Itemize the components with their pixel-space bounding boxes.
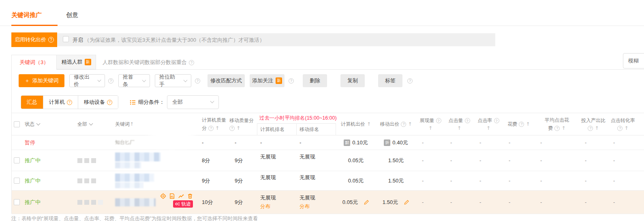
tag-button[interactable]: 标签 (378, 74, 402, 87)
tab-keywords[interactable]: 关键词 （3） (11, 55, 57, 70)
help-icon[interactable]: ? (519, 122, 524, 127)
modify-bid-button[interactable]: 修改出价 (69, 74, 105, 87)
help-icon[interactable]: ? (436, 118, 441, 123)
device-tab-summary[interactable]: 汇总 (21, 96, 43, 109)
header-clicks[interactable]: 点击量? ↑ (445, 113, 474, 135)
header-avg-cpc[interactable]: 平均点击花 费?↑ (535, 113, 579, 135)
keyword-cell[interactable] (109, 171, 197, 190)
help-icon[interactable]: ? (401, 122, 406, 127)
copy-button[interactable]: 复制 (340, 74, 365, 87)
tab-audience[interactable]: 精选人群 新 (56, 55, 96, 69)
help-icon[interactable]: ? (189, 60, 194, 65)
help-icon[interactable]: ? (407, 78, 413, 84)
help-icon[interactable]: ? (195, 78, 200, 84)
header-roi[interactable]: 投入产出比 ?↑ (579, 113, 608, 135)
trash-icon[interactable] (187, 193, 193, 199)
header-partial-column[interactable]: 收 ? (638, 113, 644, 135)
avg-cpc-cell: - (535, 171, 579, 190)
header-mobile-rank[interactable]: 移动排名 (296, 124, 336, 135)
modify-match-button[interactable]: 修改匹配方式 (208, 74, 245, 87)
header-ctr[interactable]: 点击率? ↑ (474, 113, 503, 135)
cost-cell: - (503, 171, 535, 190)
ctr-cell: - (474, 191, 503, 214)
add-watch-button[interactable]: 添加关注 新 (250, 74, 285, 87)
track-icon (175, 202, 180, 206)
segment-filter-select[interactable]: 全部 (167, 95, 219, 109)
fuzzy-button[interactable]: 模糊 (623, 53, 644, 69)
toolbar: ＋ 添加关键词 修改出价 ? 抢首条 抢位助手 ? 修改匹配方式 添加关注 新 … (12, 70, 644, 92)
help-icon[interactable]: ? (48, 37, 54, 43)
add-keyword-button[interactable]: ＋ 添加关键词 (19, 74, 64, 87)
header-computer-rank[interactable]: 计算机排名 (257, 124, 296, 135)
distribution-link[interactable]: 分布 (300, 203, 310, 210)
table-header: 状态 全部 关键词↑ 计算机质量 分?↑ 移动质量分 ?↑ 过去一小时平均排名(… (12, 113, 644, 135)
trend-chart-icon[interactable] (178, 193, 184, 199)
target-icon[interactable] (160, 193, 166, 199)
header-cost[interactable]: 花费?↑ (503, 113, 535, 135)
mobile-bid-cell: 折 0.40元 (376, 135, 416, 150)
sort-arrow-icon[interactable]: ↑ (130, 121, 134, 127)
edit-bid-icon[interactable] (364, 200, 369, 205)
row-checkbox[interactable] (14, 199, 20, 205)
help-icon[interactable]: ? (107, 100, 112, 105)
help-icon[interactable]: ? (588, 126, 593, 131)
help-icon[interactable]: ? (229, 126, 235, 131)
computer-bid-cell: 默 0.10元 (336, 135, 376, 150)
row-checkbox[interactable] (14, 178, 20, 184)
enable-conversion-checkbox[interactable] (63, 36, 69, 42)
help-icon[interactable]: ? (208, 126, 214, 131)
select-all-checkbox[interactable] (14, 121, 20, 127)
sort-arrow-icon[interactable]: ↑ (595, 125, 599, 131)
keyword-cell[interactable] (109, 150, 197, 171)
help-icon[interactable]: ? (465, 118, 470, 123)
sort-arrow-icon[interactable]: ↑ (428, 125, 432, 131)
sort-arrow-icon[interactable]: ↑ (408, 121, 412, 127)
cvr-cell: - (608, 135, 638, 150)
header-status[interactable]: 状态 (24, 113, 61, 135)
keyword-cell[interactable]: 知台匕厂 (109, 135, 197, 150)
header-cvr[interactable]: 点击转化率 ?↑ (608, 113, 638, 135)
grab-assistant-button[interactable]: 抢位助手 (155, 74, 191, 87)
help-icon[interactable]: ? (67, 100, 72, 105)
enable-conversion-bid-button[interactable]: 启用转化出价 ? (11, 32, 57, 47)
device-tab-computer[interactable]: 计算机? (43, 96, 78, 109)
traffic-report-icon[interactable] (169, 193, 175, 199)
help-icon[interactable]: ? (108, 78, 113, 84)
help-icon[interactable]: ? (617, 126, 623, 131)
avg-cpc-cell: - (535, 135, 579, 150)
creative-thumbs (61, 171, 109, 190)
sort-arrow-icon[interactable]: ↑ (236, 125, 240, 131)
edit-bid-icon[interactable] (404, 200, 409, 205)
distribution-link[interactable]: 分布 (260, 203, 270, 210)
sort-arrow-icon[interactable]: ↑ (486, 125, 490, 131)
header-impressions[interactable]: 展现量? ↑ (416, 113, 445, 135)
roi-cell: - (579, 191, 608, 214)
header-computer-quality[interactable]: 计算机质量 分?↑ (197, 113, 227, 135)
cost-cell: - (503, 135, 535, 150)
header-mobile-bid[interactable]: 移动出价?↑ (376, 113, 416, 135)
sort-arrow-icon[interactable]: ↑ (457, 125, 461, 131)
impressions-cell: - (416, 191, 445, 214)
tab-creative[interactable]: 创意 (66, 11, 78, 19)
sort-arrow-icon[interactable]: ↑ (367, 121, 371, 127)
keyword-cell[interactable]: 轨迹 (109, 191, 197, 214)
keywords-panel: ＋ 添加关键词 修改出价 ? 抢首条 抢位助手 ? 修改匹配方式 添加关注 新 … (11, 69, 644, 214)
header-creative-all[interactable]: 全部 (61, 113, 109, 135)
delete-button[interactable]: 删除 (303, 74, 327, 87)
sort-arrow-icon[interactable]: ↑ (561, 125, 565, 131)
grab-top-button[interactable]: 抢首条 (118, 74, 150, 87)
help-icon[interactable]: ? (494, 118, 499, 123)
device-tab-mobile[interactable]: 移动设备? (78, 96, 118, 109)
table-row: 推广中 8分 9分 无展现 无展现 0.05元 1.50元 - - - - - … (12, 150, 644, 171)
help-icon[interactable]: ? (554, 126, 560, 131)
sort-arrow-icon[interactable]: ↑ (526, 121, 530, 127)
clicks-cell: - (445, 135, 474, 150)
help-icon[interactable]: ? (289, 78, 294, 84)
header-mobile-quality[interactable]: 移动质量分 ?↑ (227, 113, 257, 135)
sort-arrow-icon[interactable]: ↑ (624, 125, 628, 131)
track-button[interactable]: 轨迹 (173, 200, 193, 208)
tab-keyword-promotion[interactable]: 关键词推广 (11, 11, 42, 19)
sort-arrow-icon[interactable]: ↑ (215, 125, 219, 131)
row-checkbox[interactable] (14, 157, 20, 163)
header-computer-bid[interactable]: 计算机出价↑ (336, 113, 376, 135)
